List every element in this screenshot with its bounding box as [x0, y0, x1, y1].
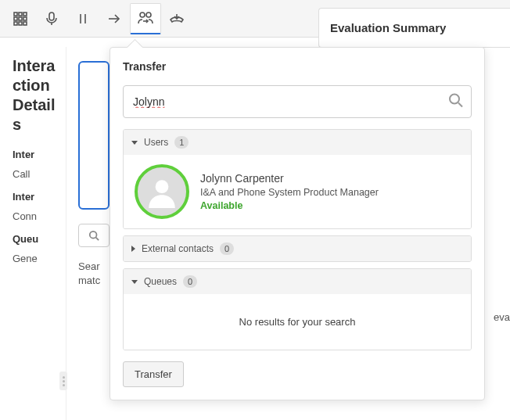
search-button[interactable]: [78, 224, 110, 247]
user-title: I&A and Phone System Product Manager: [200, 187, 379, 198]
count-badge: 1: [174, 136, 189, 149]
popover-title: Transfer: [123, 60, 472, 73]
svg-rect-3: [14, 17, 17, 20]
users-section-header[interactable]: Users 1: [124, 130, 471, 155]
arrow-right-icon[interactable]: [99, 3, 130, 34]
mic-icon[interactable]: [36, 3, 67, 34]
transfer-button[interactable]: Transfer: [123, 361, 184, 387]
details-sidebar: Interaction Details Inter Call Inter Con…: [0, 47, 66, 420]
svg-point-14: [140, 13, 145, 17]
detail-label: Inter: [13, 149, 59, 160]
section-label: Users: [144, 137, 168, 148]
detail-label: Inter: [13, 191, 59, 203]
evaluation-panel: Evaluation Summary: [318, 8, 510, 48]
svg-line-21: [458, 103, 462, 107]
transfer-icon[interactable]: [130, 3, 161, 34]
active-interaction-card[interactable]: [78, 61, 110, 210]
svg-point-18: [90, 232, 97, 239]
detail-label: Queu: [13, 233, 59, 245]
chevron-right-icon: [131, 246, 135, 252]
svg-rect-9: [49, 13, 54, 20]
section-label: External contacts: [142, 243, 214, 254]
queues-section: Queues 0 No results for your search: [123, 268, 472, 350]
user-name: Jolynn Carpenter: [200, 172, 379, 185]
count-badge: 0: [183, 275, 197, 288]
chevron-down-icon: [131, 280, 138, 284]
users-section: Users 1 Jolynn Carpenter I&A and Phone S…: [123, 129, 472, 229]
users-section-body: Jolynn Carpenter I&A and Phone System Pr…: [124, 155, 471, 228]
search-icon: [448, 93, 464, 111]
svg-rect-0: [14, 13, 17, 16]
queues-section-header[interactable]: Queues 0: [124, 269, 471, 294]
resize-grip[interactable]: [59, 372, 67, 390]
svg-rect-6: [14, 22, 17, 25]
transfer-search-input[interactable]: [123, 85, 472, 118]
svg-rect-1: [19, 13, 22, 16]
queues-section-body: No results for your search: [124, 294, 471, 350]
detail-value: Gene: [13, 253, 59, 264]
chevron-down-icon: [131, 141, 138, 145]
svg-line-19: [96, 238, 99, 241]
pause-icon[interactable]: [67, 3, 99, 34]
no-results-text: No results for your search: [135, 303, 460, 340]
svg-point-15: [146, 13, 151, 17]
svg-rect-2: [23, 13, 27, 16]
count-badge: 0: [220, 242, 234, 255]
svg-rect-7: [19, 22, 22, 25]
partial-text: eva: [494, 311, 510, 323]
user-meta: Jolynn Carpenter I&A and Phone System Pr…: [200, 172, 379, 211]
svg-rect-4: [19, 17, 22, 20]
detail-value: Conn: [13, 210, 59, 222]
evaluation-title: Evaluation Summary: [330, 21, 499, 34]
svg-rect-5: [23, 17, 27, 20]
svg-point-22: [156, 180, 169, 193]
avatar: [135, 164, 189, 219]
section-label: Queues: [144, 276, 177, 287]
transfer-popover: Transfer Users 1 Jolynn Carpenter I&A an…: [110, 47, 485, 400]
dialpad-icon[interactable]: [5, 3, 36, 34]
external-contacts-section: External contacts 0: [123, 235, 472, 262]
svg-rect-8: [23, 22, 27, 25]
user-status: Available: [200, 200, 379, 211]
sidebar-title: Interaction Details: [13, 56, 59, 135]
external-section-header[interactable]: External contacts 0: [124, 236, 471, 261]
detail-value: Call: [13, 168, 59, 180]
svg-point-20: [450, 95, 459, 104]
user-result-row[interactable]: Jolynn Carpenter I&A and Phone System Pr…: [135, 164, 460, 219]
hangup-icon[interactable]: [161, 3, 192, 34]
transfer-search-wrap: [123, 85, 472, 118]
